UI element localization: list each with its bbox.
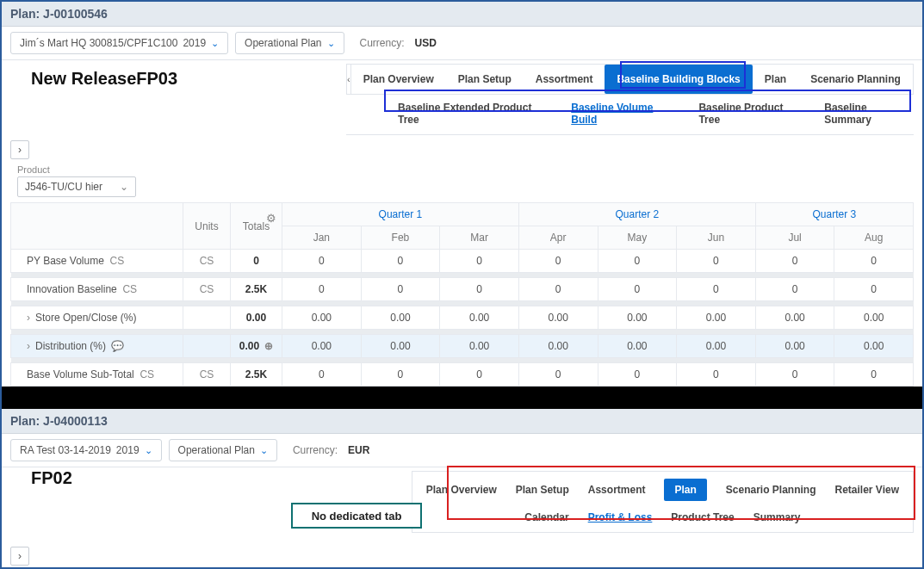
chevron-right-icon[interactable]: › <box>27 312 30 324</box>
cell-value[interactable]: 0.00 <box>598 306 677 330</box>
cell-total: 2.5K <box>231 363 282 387</box>
sub-tab-baseline-extended-product-tree[interactable]: Baseline Extended Product Tree <box>398 102 550 126</box>
cell-value[interactable]: 0.00 <box>518 335 598 358</box>
currency-label-bottom: Currency: <box>293 444 338 456</box>
gear-icon[interactable]: ⚙ <box>266 212 276 225</box>
cell-value[interactable]: 0 <box>677 250 756 273</box>
table-row[interactable]: ›Distribution (%)💬0.00⊕0.000.000.000.000… <box>11 335 914 358</box>
cell-value[interactable]: 0 <box>834 250 914 273</box>
cell-value[interactable]: 0 <box>598 278 677 301</box>
cell-value[interactable]: 0 <box>834 278 914 301</box>
nav-tab-baseline-building-blocks[interactable]: Baseline Building Blocks <box>605 65 752 94</box>
sub-tab-summary[interactable]: Summary <box>753 511 801 523</box>
chevron-right-icon[interactable]: › <box>27 340 30 352</box>
cell-total: 0.00 <box>231 306 282 330</box>
cell-value[interactable]: 0.00 <box>834 306 914 330</box>
expand-panel-button[interactable]: › <box>10 140 29 159</box>
cell-value[interactable]: 0.00 <box>282 306 362 330</box>
row-label: Base Volume Sub-Total <box>27 368 134 380</box>
cell-value[interactable]: 0 <box>282 363 362 387</box>
cell-value[interactable]: 0.00 <box>440 335 519 358</box>
table-row[interactable]: ›Store Open/Close (%)0.000.000.000.000.0… <box>11 306 914 330</box>
sub-tab-baseline-summary[interactable]: Baseline Summary <box>824 102 914 126</box>
sub-tab-baseline-product-tree[interactable]: Baseline Product Tree <box>698 102 803 126</box>
annotation-no-tab: No dedicated tab <box>291 503 422 529</box>
nav-tab-assortment[interactable]: Assortment <box>588 484 646 496</box>
panel-bottom: Plan: J-04000113 RA Test 03-14-2019 2019… <box>2 409 922 569</box>
cell-value[interactable]: 0 <box>361 363 440 387</box>
nav-tab-scenario-planning[interactable]: Scenario Planning <box>798 65 913 94</box>
cell-value[interactable]: 0.00 <box>677 306 756 330</box>
product-label-top: Product <box>17 164 922 175</box>
breadcrumb-combo-top[interactable]: Jim´s Mart HQ 300815/CPF1C100 2019 ⌄ <box>10 32 228 54</box>
month-header: Mar <box>440 226 519 250</box>
sub-tab-product-tree[interactable]: Product Tree <box>671 511 734 523</box>
expand-panel-button-bottom[interactable]: › <box>10 547 29 566</box>
cell-value[interactable]: 0 <box>361 250 440 273</box>
cell-value[interactable]: 0 <box>677 363 756 387</box>
nav-tab-retailer-view[interactable]: Retailer View <box>835 484 899 496</box>
cell-units <box>183 335 231 358</box>
cell-value[interactable]: 0 <box>755 363 834 387</box>
quarter-header: Quarter 1 <box>282 203 519 226</box>
cell-total: 2.5K <box>231 278 282 301</box>
sub-tab-calendar[interactable]: Calendar <box>524 511 568 523</box>
nav-tab-plan[interactable]: Plan <box>664 479 706 501</box>
cell-value[interactable]: 0 <box>598 250 677 273</box>
cell-value[interactable]: 0.00 <box>282 335 362 358</box>
cell-value[interactable]: 0.00 <box>518 306 598 330</box>
cell-value[interactable]: 0 <box>598 363 677 387</box>
currency-label-top: Currency: <box>360 37 405 49</box>
cell-value[interactable]: 0.00 <box>361 335 440 358</box>
plan-type-label: Operational Plan <box>245 37 321 49</box>
nav-tab-plan-overview[interactable]: Plan Overview <box>351 65 446 94</box>
nav-tab-scenario-planning[interactable]: Scenario Planning <box>726 484 816 496</box>
cell-value[interactable]: 0 <box>518 278 598 301</box>
breadcrumb-combo-bottom[interactable]: RA Test 03-14-2019 2019 ⌄ <box>10 439 162 461</box>
cell-value[interactable]: 0.00 <box>598 335 677 358</box>
chevron-down-icon: ⌄ <box>145 445 152 456</box>
table-row[interactable]: Base Volume Sub-Total CSCS2.5K00000000 <box>11 363 914 387</box>
cell-value[interactable]: 0.00 <box>677 335 756 358</box>
month-header: Apr <box>518 226 598 250</box>
cell-value[interactable]: 0 <box>440 278 519 301</box>
row-label: PY Base Volume <box>27 255 104 267</box>
cell-value[interactable]: 0 <box>361 278 440 301</box>
chevron-down-icon: ⌄ <box>260 445 268 456</box>
cell-value[interactable]: 0.00 <box>834 335 914 358</box>
cell-value[interactable]: 0 <box>440 250 519 273</box>
plan-type-combo-top[interactable]: Operational Plan ⌄ <box>235 32 344 54</box>
nav-tab-assortment[interactable]: Assortment <box>524 65 605 94</box>
nav-tab-retailer-view[interactable]: Retailer View <box>913 65 924 94</box>
cell-value[interactable]: 0.00 <box>361 306 440 330</box>
cell-value[interactable]: 0.00 <box>440 306 519 330</box>
sub-tab-baseline-volume-build[interactable]: Baseline Volume Build <box>571 102 678 126</box>
plan-title-top: Plan: J-00100546 <box>2 2 922 27</box>
cell-value[interactable]: 0 <box>677 278 756 301</box>
cell-value[interactable]: 0 <box>755 278 834 301</box>
cell-value[interactable]: 0 <box>440 363 519 387</box>
table-row[interactable]: Innovation Baseline CSCS2.5K00000000 <box>11 278 914 301</box>
cell-value[interactable]: 0 <box>518 363 598 387</box>
cell-value[interactable]: 0 <box>282 250 362 273</box>
cell-value[interactable]: 0 <box>518 250 598 273</box>
cell-total: 0.00⊕ <box>231 335 282 358</box>
cell-value[interactable]: 0.00 <box>755 306 834 330</box>
nav-tab-plan[interactable]: Plan <box>753 65 798 94</box>
comment-icon[interactable]: 💬 <box>111 340 124 352</box>
cell-value[interactable]: 0.00 <box>755 335 834 358</box>
product-select-top[interactable]: J546-TU/CU hier ⌄ <box>17 176 136 197</box>
nav-tab-plan-overview[interactable]: Plan Overview <box>426 484 497 496</box>
table-row[interactable]: PY Base Volume CSCS000000000 <box>11 250 914 273</box>
breadcrumb-label: RA Test 03-14-2019 <box>20 444 111 456</box>
nav-tab-plan-setup[interactable]: Plan Setup <box>446 65 524 94</box>
plan-type-combo-bottom[interactable]: Operational Plan ⌄ <box>169 439 277 461</box>
cell-value[interactable]: 0 <box>755 250 834 273</box>
nav-tab-plan-setup[interactable]: Plan Setup <box>516 484 569 496</box>
breadcrumb-label: Jim´s Mart HQ 300815/CPF1C100 <box>20 37 177 49</box>
annotation-bottom: FP02 <box>31 468 72 488</box>
zoom-icon[interactable]: ⊕ <box>264 340 273 352</box>
cell-value[interactable]: 0 <box>834 363 914 387</box>
cell-value[interactable]: 0 <box>282 278 362 301</box>
sub-tab-profit-&-loss[interactable]: Profit & Loss <box>588 511 653 523</box>
